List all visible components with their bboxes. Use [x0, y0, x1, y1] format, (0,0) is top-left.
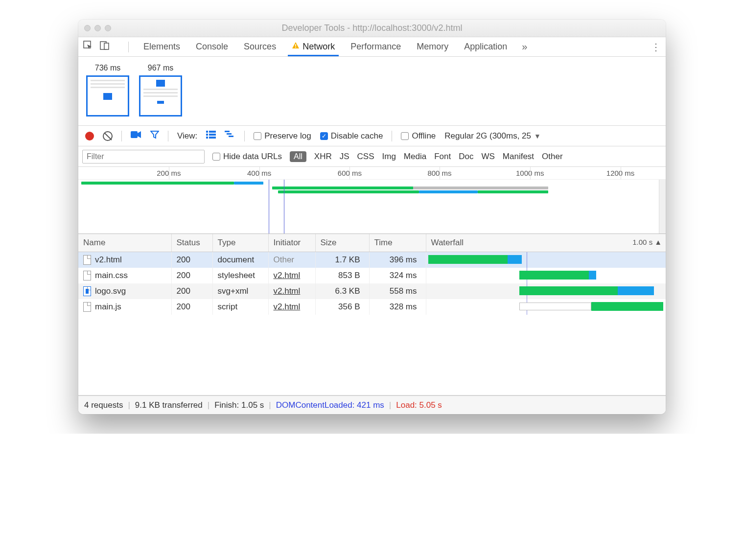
request-size: 356 B	[315, 299, 369, 315]
filter-type-img[interactable]: Img	[382, 152, 396, 162]
screenshots-toggle-icon[interactable]	[131, 131, 141, 141]
request-waterfall	[426, 252, 666, 268]
frame-thumbnail	[139, 75, 182, 117]
request-status: 200	[171, 268, 212, 283]
request-initiator[interactable]: v2.html	[274, 302, 301, 311]
request-type: svg+xml	[212, 283, 268, 299]
svg-rect-7	[209, 131, 216, 133]
device-toolbar-icon[interactable]	[100, 41, 110, 53]
filter-toggle-icon[interactable]	[150, 130, 159, 141]
offline-checkbox[interactable]: Offline	[401, 131, 436, 141]
footer-domcontentloaded: DOMContentLoaded: 421 ms	[276, 400, 384, 410]
filter-type-xhr[interactable]: XHR	[314, 152, 332, 162]
tab-application[interactable]: Application	[463, 38, 508, 56]
request-size: 6.3 KB	[315, 283, 369, 299]
throttling-select[interactable]: Regular 2G (300ms, 25 ▼	[444, 131, 541, 141]
filter-type-all[interactable]: All	[290, 151, 306, 162]
tab-sources[interactable]: Sources	[243, 38, 277, 56]
col-header-initiator[interactable]: Initiator	[268, 234, 315, 252]
filter-type-ws[interactable]: WS	[481, 152, 494, 162]
footer-finish: Finish: 1.05 s	[214, 400, 264, 410]
divider	[121, 131, 122, 141]
footer-requests: 4 requests	[84, 400, 123, 410]
filter-type-other[interactable]: Other	[542, 152, 563, 162]
overview-ruler: 200 ms400 ms600 ms800 ms1000 ms1200 ms	[78, 167, 666, 180]
chevron-down-icon: ▼	[534, 132, 541, 140]
svg-file-icon	[83, 286, 91, 296]
request-name: logo.svg	[95, 286, 126, 296]
filter-type-manifest[interactable]: Manifest	[503, 152, 534, 162]
frame-time: 736 ms	[86, 64, 129, 72]
svg-rect-8	[206, 134, 208, 136]
filter-type-doc[interactable]: Doc	[459, 152, 473, 162]
clear-button[interactable]	[103, 131, 113, 141]
table-row[interactable]: v2.html200documentOther1.7 KB396 ms	[78, 252, 666, 268]
filmstrip: 736 ms 967 ms	[78, 57, 666, 126]
filter-type-media[interactable]: Media	[404, 152, 426, 162]
requests-table: Name Status Type Initiator Size Time Wat…	[78, 234, 666, 396]
kebab-menu-icon[interactable]: ⋮	[651, 41, 661, 53]
document-file-icon	[83, 255, 91, 265]
divider	[392, 131, 392, 141]
record-button[interactable]	[85, 132, 94, 140]
disable-cache-checkbox[interactable]: ✓ Disable cache	[320, 131, 383, 141]
request-size: 853 B	[315, 268, 369, 283]
warning-icon	[292, 42, 300, 52]
request-name: v2.html	[95, 255, 122, 265]
large-rows-icon[interactable]	[206, 131, 216, 141]
table-row[interactable]: main.js200scriptv2.html356 B328 ms	[78, 299, 666, 315]
col-header-time[interactable]: Time	[369, 234, 426, 252]
col-header-name[interactable]: Name	[78, 234, 171, 252]
table-row[interactable]: main.css200stylesheetv2.html853 B324 ms	[78, 268, 666, 283]
svg-rect-4	[295, 47, 296, 48]
request-initiator[interactable]: v2.html	[274, 286, 301, 296]
svg-rect-5	[131, 131, 138, 138]
view-label: View:	[177, 131, 197, 141]
filmstrip-frame[interactable]: 967 ms	[139, 64, 182, 117]
window-title: Developer Tools - http://localhost:3000/…	[78, 23, 666, 33]
request-initiator[interactable]: v2.html	[274, 271, 301, 280]
network-toolbar: View: Preserve log ✓ Disable cache Offli…	[78, 126, 666, 146]
request-status: 200	[171, 283, 212, 299]
filter-type-font[interactable]: Font	[434, 152, 451, 162]
waterfall-scale: 1.00 s	[632, 238, 652, 246]
filter-type-css[interactable]: CSS	[357, 152, 374, 162]
tab-performance[interactable]: Performance	[349, 38, 402, 56]
col-header-status[interactable]: Status	[171, 234, 212, 252]
frame-time: 967 ms	[139, 64, 182, 72]
tab-network[interactable]: Network	[291, 38, 336, 56]
hide-data-urls-checkbox[interactable]: Hide data URLs	[212, 152, 282, 162]
overview-body	[78, 180, 666, 233]
request-type: script	[212, 299, 268, 315]
tab-elements[interactable]: Elements	[142, 38, 181, 56]
tab-memory[interactable]: Memory	[416, 38, 449, 56]
waterfall-view-icon[interactable]	[225, 131, 235, 141]
divider	[244, 131, 245, 141]
col-header-type[interactable]: Type	[212, 234, 268, 252]
divider	[128, 42, 129, 52]
preserve-log-checkbox[interactable]: Preserve log	[254, 131, 311, 141]
filter-type-js[interactable]: JS	[340, 152, 349, 162]
svg-rect-11	[209, 137, 216, 139]
request-time: 558 ms	[369, 283, 426, 299]
tab-console[interactable]: Console	[195, 38, 229, 56]
filter-input[interactable]	[82, 150, 205, 163]
inspect-element-icon[interactable]	[83, 41, 93, 53]
footer-load: Load: 5.05 s	[396, 400, 442, 410]
col-header-waterfall[interactable]: Waterfall 1.00 s ▲	[426, 234, 666, 252]
titlebar: Developer Tools - http://localhost:3000/…	[78, 20, 666, 37]
table-row[interactable]: logo.svg200svg+xmlv2.html6.3 KB558 ms	[78, 283, 666, 299]
filmstrip-frame[interactable]: 736 ms	[86, 64, 129, 117]
col-header-size[interactable]: Size	[315, 234, 369, 252]
svg-rect-3	[295, 44, 296, 47]
timeline-overview[interactable]: 200 ms400 ms600 ms800 ms1000 ms1200 ms	[78, 167, 666, 234]
request-type: stylesheet	[212, 268, 268, 283]
panel-tabstrip: Elements Console Sources Network Perform…	[78, 37, 666, 57]
more-tabs-icon[interactable]: »	[522, 41, 527, 52]
document-file-icon	[83, 302, 91, 312]
overview-scrollbar[interactable]	[659, 180, 666, 233]
request-type: document	[212, 252, 268, 268]
filter-bar: Hide data URLs All XHR JS CSS Img Media …	[78, 146, 666, 167]
document-file-icon	[83, 271, 91, 280]
svg-rect-10	[206, 137, 208, 139]
